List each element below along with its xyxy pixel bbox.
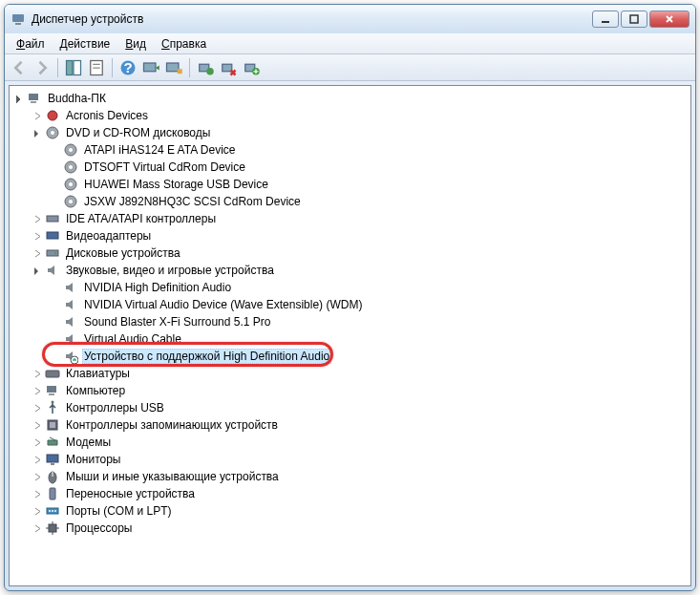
tree-item[interactable]: Процессоры [11, 520, 689, 537]
titlebar[interactable]: Диспетчер устройств [5, 5, 695, 33]
tree-item[interactable]: IDE ATA/ATAPI контроллеры [11, 210, 689, 227]
svg-rect-39 [49, 393, 54, 395]
portable-device-icon [45, 486, 60, 501]
tree-item[interactable]: Модемы [11, 434, 689, 451]
svg-text:?: ? [123, 59, 132, 75]
tree-item[interactable]: HUAWEI Mass Storage USB Device [11, 176, 689, 193]
tree-item[interactable]: Virtual Audio Cable [11, 330, 689, 348]
keyboard-icon [45, 366, 60, 381]
expand-icon[interactable] [30, 521, 45, 536]
tree-item[interactable]: DVD и CD-ROM дисководы [11, 124, 689, 141]
tree-item[interactable]: Мыши и иные указывающие устройства [11, 468, 689, 485]
collapse-icon[interactable] [30, 125, 45, 140]
svg-rect-12 [167, 63, 180, 72]
close-button[interactable] [649, 11, 689, 28]
back-button[interactable] [9, 57, 30, 78]
sound-icon [63, 331, 78, 347]
expand-icon[interactable] [30, 435, 45, 450]
tree-root[interactable]: Buddha-ПК [11, 90, 689, 107]
properties-button[interactable] [86, 57, 107, 78]
tree-item[interactable]: Переносные устройства [11, 485, 689, 502]
forward-button[interactable] [32, 57, 53, 78]
cd-drive-icon [63, 142, 78, 158]
usb-icon [45, 400, 60, 415]
view-button[interactable] [163, 57, 184, 78]
maximize-button[interactable] [621, 11, 647, 28]
svg-point-27 [69, 165, 73, 169]
tree-item[interactable]: Звуковые, видео и игровые устройства [11, 262, 689, 279]
tree-item-selected[interactable]: Устройство с поддержкой High Definition … [11, 348, 689, 365]
processor-icon [45, 521, 60, 536]
expand-icon[interactable] [30, 383, 45, 398]
menubar: Файл Действие Вид Справка [5, 33, 695, 54]
expand-icon[interactable] [30, 228, 45, 244]
tree-item[interactable]: Контроллеры USB [11, 399, 689, 416]
svg-rect-4 [67, 60, 73, 74]
tree-item[interactable]: Мониторы [11, 451, 689, 468]
svg-rect-44 [51, 463, 54, 465]
expand-icon[interactable] [30, 108, 45, 123]
computer-icon [45, 383, 60, 398]
minimize-button[interactable] [592, 11, 619, 28]
expand-icon[interactable] [30, 211, 45, 226]
tree-item[interactable]: Acronis Devices [11, 107, 689, 124]
cd-drive-icon [63, 177, 78, 192]
svg-point-35 [54, 252, 56, 254]
svg-rect-38 [47, 386, 56, 393]
svg-rect-2 [602, 21, 609, 23]
svg-point-23 [51, 131, 54, 135]
app-icon [11, 11, 26, 27]
svg-point-31 [69, 200, 73, 203]
tree-item[interactable]: NVIDIA High Definition Audio [11, 279, 689, 296]
expand-icon[interactable] [30, 503, 45, 519]
uninstall-button[interactable] [218, 57, 239, 78]
svg-rect-19 [29, 94, 38, 100]
scan-button[interactable] [140, 57, 161, 78]
sound-icon [63, 297, 78, 312]
collapse-icon[interactable] [11, 91, 27, 106]
device-tree[interactable]: Buddha-ПК Acronis Devices DVD и CD-ROM д… [10, 86, 690, 585]
sound-icon [63, 314, 78, 329]
sound-icon [63, 280, 78, 295]
svg-rect-52 [49, 524, 56, 532]
controller-icon [45, 211, 60, 226]
tree-item[interactable]: Порты (COM и LPT) [11, 502, 689, 520]
content-pane: Buddha-ПК Acronis Devices DVD и CD-ROM д… [9, 85, 691, 586]
tree-label: Buddha-ПК [46, 91, 108, 106]
update-driver-button[interactable] [195, 57, 216, 78]
svg-point-25 [69, 148, 73, 152]
menu-action[interactable]: Действие [53, 35, 118, 53]
collapse-icon[interactable] [30, 263, 45, 278]
svg-rect-47 [50, 488, 55, 499]
expand-icon[interactable] [30, 245, 45, 261]
help-button[interactable]: ? [117, 57, 138, 78]
tree-item[interactable]: Дисковые устройства [11, 244, 689, 262]
enable-button[interactable] [241, 57, 262, 78]
tree-item[interactable]: JSXW J892N8HQ3C SCSI CdRom Device [11, 193, 689, 210]
menu-view[interactable]: Вид [117, 35, 154, 53]
tree-item[interactable]: Видеоадаптеры [11, 227, 689, 244]
svg-rect-3 [630, 15, 638, 23]
storage-controller-icon [45, 417, 60, 433]
menu-help[interactable]: Справка [154, 35, 214, 53]
tree-item[interactable]: Клавиатуры [11, 365, 689, 382]
svg-rect-43 [47, 455, 58, 462]
tree-item[interactable]: Контроллеры запоминающих устройств [11, 416, 689, 434]
expand-icon[interactable] [30, 486, 45, 501]
menu-file[interactable]: Файл [9, 35, 53, 53]
expand-icon[interactable] [30, 417, 45, 433]
computer-icon [27, 91, 42, 106]
expand-icon[interactable] [30, 452, 45, 467]
expand-icon[interactable] [30, 400, 45, 415]
svg-rect-11 [144, 63, 157, 72]
tree-item[interactable]: ATAPI iHAS124 E ATA Device [11, 141, 689, 159]
tree-item[interactable]: Sound Blaster X-Fi Surround 5.1 Pro [11, 313, 689, 330]
monkitor-icon [45, 452, 60, 467]
tree-item[interactable]: DTSOFT Virtual CdRom Device [11, 159, 689, 176]
svg-point-40 [52, 401, 54, 404]
tree-item[interactable]: Компьютер [11, 382, 689, 399]
tree-item[interactable]: NVIDIA Virtual Audio Device (Wave Extens… [11, 296, 689, 313]
expand-icon[interactable] [30, 366, 45, 381]
show-hide-tree-button[interactable] [63, 57, 84, 78]
expand-icon[interactable] [30, 469, 45, 484]
